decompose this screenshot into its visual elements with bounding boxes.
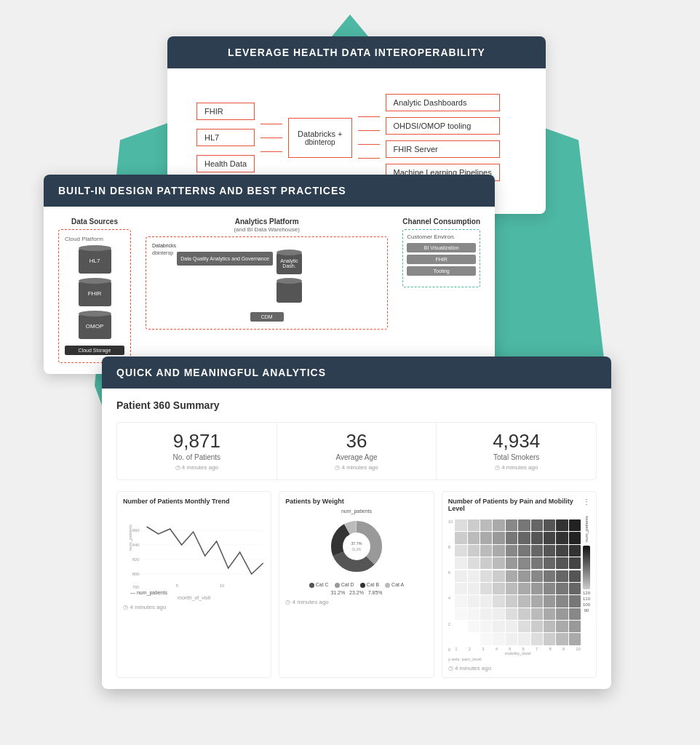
heatmap-menu-icon[interactable]: ⋮ xyxy=(583,498,590,506)
legend-cat-b: Cat B xyxy=(360,582,380,588)
heatmap-cell xyxy=(569,545,581,557)
channel-box: Customer Environ. BI Visualization FHIR … xyxy=(402,229,480,287)
heatmap-cell xyxy=(455,557,466,569)
donut-area: 37.7% 31.2% Cat C Cat D Cat B Cat A xyxy=(285,514,427,588)
heatmap-cell xyxy=(455,621,466,632)
stat-patients-number: 9,871 xyxy=(123,431,271,450)
heatmap-grid-area: 12345678910 mobility_level xyxy=(455,516,581,656)
heatmap-cell xyxy=(468,519,480,531)
heatmap-cell xyxy=(455,532,466,543)
stat-patients-time: ◷ 4 minutes ago xyxy=(123,464,271,471)
heatmap-cell xyxy=(569,633,581,645)
analytic-dash-cylinder: Analytic Dash. xyxy=(277,252,302,274)
card-design-patterns: BUILT-IN DESIGN PATTERNS AND BEST PRACTI… xyxy=(44,175,495,374)
heatmap-cell xyxy=(531,545,543,557)
heatmap-cell xyxy=(493,633,504,645)
card-bottom-header: QUICK AND MEANINGFUL ANALYTICS xyxy=(102,356,611,389)
heatmap-cell xyxy=(468,633,480,645)
heatmap-cell xyxy=(569,519,581,531)
svg-text:31.2%: 31.2% xyxy=(352,548,362,551)
db-cylinder-2 xyxy=(277,281,302,303)
donut-legend: Cat C Cat D Cat B Cat A xyxy=(309,582,404,588)
line-chart-title: Number of Patients Monthly Trend xyxy=(123,498,265,505)
svg-text:5: 5 xyxy=(176,583,179,588)
svg-text:10: 10 xyxy=(220,583,225,588)
heatmap-cell xyxy=(556,545,568,557)
heatmap-cell xyxy=(556,633,568,645)
heatmap-cell xyxy=(480,621,492,632)
svg-text:760: 760 xyxy=(132,585,140,589)
heatmap-chart-title: Number of Patients by Pain and Mobility … xyxy=(448,498,583,512)
heatmap-cell xyxy=(493,595,504,607)
heatmap-cell xyxy=(531,557,543,569)
heatmap-cell xyxy=(531,570,543,582)
databricks-label: Databricks + xyxy=(298,130,342,138)
data-sources-title: Data Sources xyxy=(58,218,131,226)
heatmap-cell xyxy=(569,621,581,632)
heatmap-cell xyxy=(569,557,581,569)
heatmap-cell xyxy=(518,557,530,569)
line-chart-area: num_patients 860 840 820 800 xyxy=(123,509,265,589)
heatmap-cell xyxy=(468,545,480,557)
heatmap-cell xyxy=(556,621,568,632)
svg-text:37.7%: 37.7% xyxy=(351,541,362,546)
heatmap-grid xyxy=(455,519,581,645)
right-boxes: Analytic Dash. xyxy=(277,250,302,305)
heatmap-cell xyxy=(544,557,555,569)
analytics-cloud-box: Databricks dbinterop Data Quality Analyt… xyxy=(146,236,388,330)
heatmap-cell xyxy=(455,519,466,531)
heatmap-cell xyxy=(569,532,581,543)
line-x-label: month_of_visit xyxy=(123,595,265,600)
heatmap-cell xyxy=(506,633,517,645)
heatmap-cell xyxy=(531,621,543,632)
cloud-platform-label: Cloud Platform xyxy=(65,236,124,242)
heatmap-cell xyxy=(569,570,581,582)
donut-chart-title: Patients by Weight xyxy=(285,498,427,505)
heatmap-header: Number of Patients by Pain and Mobility … xyxy=(448,498,590,516)
heatmap-cell xyxy=(493,519,504,531)
charts-row: Number of Patients Monthly Trend num_pat… xyxy=(116,491,597,678)
cdm-box: CDM xyxy=(250,312,284,322)
stat-age-number: 36 xyxy=(283,431,431,450)
heatmap-cell xyxy=(455,595,466,607)
heatmap-cell xyxy=(480,570,492,582)
analytics-subtitle: (and BI Data Warehouse) xyxy=(146,226,388,233)
heatmap-cell xyxy=(506,595,517,607)
heatmap-cell xyxy=(531,532,543,543)
heatmap-cell xyxy=(544,519,555,531)
card-middle-body: Data Sources Cloud Platform HL7 FHIR OMO… xyxy=(44,207,495,374)
svg-text:860: 860 xyxy=(132,528,140,533)
health-data-box: Health Data xyxy=(196,155,255,172)
heatmap-cell xyxy=(455,545,466,557)
stats-row: 9,871 No. of Patients ◷ 4 minutes ago 36… xyxy=(116,422,597,480)
stat-smokers-time: ◷ 4 minutes ago xyxy=(442,464,590,471)
stat-age: 36 Average Age ◷ 4 minutes ago xyxy=(277,423,437,479)
cloud-platform-box: Cloud Platform HL7 FHIR OMOP Cloud Stora… xyxy=(58,229,131,363)
data-sources-section: Data Sources Cloud Platform HL7 FHIR OMO… xyxy=(58,218,131,363)
heatmap-cell xyxy=(506,519,517,531)
analytics-section: Analytics Platform (and BI Data Warehous… xyxy=(146,218,388,363)
line-chart-svg: 860 840 820 800 760 5 10 xyxy=(130,516,265,589)
heatmap-cell xyxy=(480,557,492,569)
y-axis-label: num_patients xyxy=(128,525,132,551)
heatmap-cell xyxy=(556,608,568,620)
heatmap-cell xyxy=(544,595,555,607)
heatmap-cell xyxy=(531,583,543,594)
heatmap-cell xyxy=(544,633,555,645)
tooling-box: Tooling xyxy=(407,266,476,276)
heatmap-cell xyxy=(468,595,480,607)
stat-patients-label: No. of Patients xyxy=(123,453,271,461)
heatmap-cell xyxy=(493,608,504,620)
svg-text:840: 840 xyxy=(132,543,140,547)
dbinterop-label: dbinterop xyxy=(298,138,342,146)
customer-environ-label: Customer Environ. xyxy=(407,234,476,240)
hl7-cylinder: HL7 xyxy=(79,248,111,274)
card-bottom-body: Patient 360 Summary 9,871 No. of Patient… xyxy=(102,389,611,689)
scene: LEVERAGE HEALTH DATA INTEROPERABILITY FH… xyxy=(0,0,700,745)
heatmap-cell xyxy=(506,583,517,594)
heatmap-cell xyxy=(531,519,543,531)
legend-cat-a: Cat A xyxy=(385,582,404,588)
heatmap-cell xyxy=(506,570,517,582)
channel-title: Channel Consumption xyxy=(402,218,480,226)
stat-smokers-label: Total Smokers xyxy=(442,453,590,461)
